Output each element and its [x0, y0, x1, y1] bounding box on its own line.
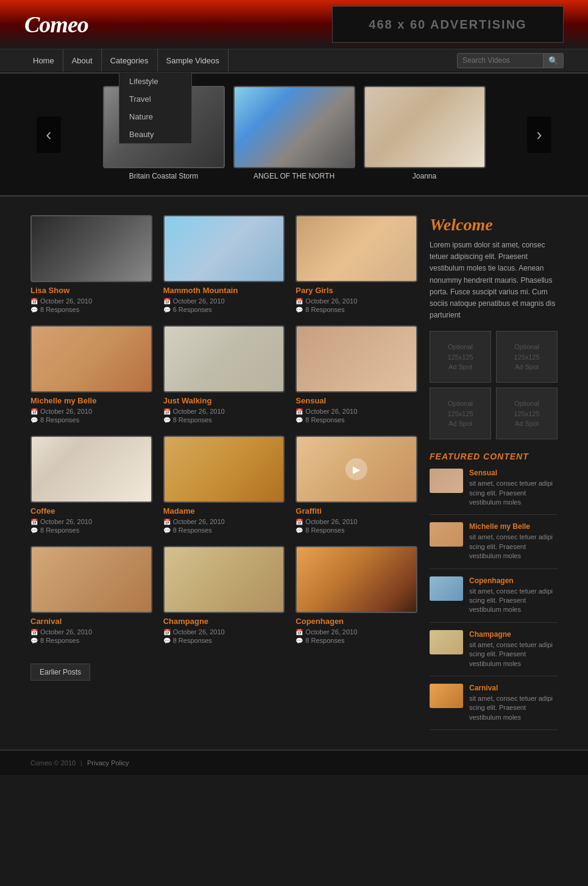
calendar-icon-4: 📅	[163, 408, 171, 415]
video-thumb-5[interactable]	[296, 325, 417, 392]
footer-separator: |	[80, 759, 82, 767]
search-button[interactable]: 🔍	[543, 54, 563, 68]
calendar-icon-10: 📅	[163, 629, 171, 636]
dropdown-nature[interactable]: Nature	[119, 108, 191, 126]
earlier-posts-btn[interactable]: Earlier Posts	[30, 664, 90, 681]
video-card-0: Lisa Show 📅 October 26, 2010 💬 8 Respons…	[30, 215, 152, 314]
video-thumb-11[interactable]	[296, 546, 417, 613]
video-content: Lisa Show 📅 October 26, 2010 💬 8 Respons…	[30, 215, 417, 737]
video-thumb-2[interactable]	[296, 215, 417, 282]
video-responses-9: 💬 8 Responses	[30, 637, 152, 644]
ad-spots: Optional125x125Ad Spot Optional125x125Ad…	[430, 331, 558, 439]
video-responses-6: 💬 8 Responses	[30, 526, 152, 534]
video-responses-text-8: 8 Responses	[305, 526, 344, 534]
video-responses-text-9: 8 Responses	[40, 637, 79, 644]
video-thumb-9[interactable]	[30, 546, 152, 613]
logo[interactable]: Comeo	[24, 11, 88, 38]
video-responses-1: 💬 6 Responses	[163, 306, 285, 313]
video-title-9[interactable]: Carnival	[30, 617, 152, 626]
nav-categories[interactable]: Categories	[102, 49, 158, 72]
video-title-5[interactable]: Sensual	[296, 396, 417, 405]
video-date-2: 📅 October 26, 2010	[296, 297, 417, 305]
video-title-1[interactable]: Mammoth Mountain	[163, 286, 285, 295]
video-card-1: Mammoth Mountain 📅 October 26, 2010 💬 6 …	[163, 215, 285, 314]
video-card-10: Champagne 📅 October 26, 2010 💬 8 Respons…	[163, 546, 285, 645]
video-date-1: 📅 October 26, 2010	[163, 297, 285, 305]
slide-3: Joanna	[364, 86, 486, 183]
video-card-8: ▶ Graffiti 📅 October 26, 2010 💬 8 Respon…	[296, 436, 417, 535]
featured-text-3: Champagne sit amet, consec tetuer adipi …	[469, 630, 558, 668]
ad-spot-2: Optional125x125Ad Spot	[496, 331, 558, 383]
video-date-text-4: October 26, 2010	[173, 408, 225, 415]
comment-icon-3: 💬	[30, 417, 38, 424]
dropdown-travel[interactable]: Travel	[119, 90, 191, 108]
featured-title: FEATURED CONTENT	[430, 452, 558, 461]
video-date-text-5: October 26, 2010	[305, 408, 357, 415]
featured-thumb-3	[430, 630, 463, 654]
video-thumb-8[interactable]: ▶	[296, 436, 417, 503]
video-responses-4: 💬 8 Responses	[163, 416, 285, 424]
video-thumb-3[interactable]	[30, 325, 152, 392]
video-responses-8: 💬 8 Responses	[296, 526, 417, 534]
video-date-0: 📅 October 26, 2010	[30, 297, 152, 305]
slider-prev[interactable]: ‹	[37, 116, 61, 153]
video-title-11[interactable]: Copenhagen	[296, 617, 417, 626]
nav-about[interactable]: About	[63, 49, 102, 72]
main-content: Lisa Show 📅 October 26, 2010 💬 8 Respons…	[0, 197, 588, 750]
slide-3-thumb[interactable]	[364, 86, 486, 168]
featured-thumb-2	[430, 576, 463, 601]
video-title-8[interactable]: Graffiti	[296, 506, 417, 516]
video-thumb-4[interactable]	[163, 325, 285, 392]
video-responses-3: 💬 8 Responses	[30, 416, 152, 424]
video-responses-text-1: 6 Responses	[173, 306, 212, 313]
video-title-7[interactable]: Madame	[163, 506, 285, 516]
video-title-2[interactable]: Pary Girls	[296, 286, 417, 295]
video-title-3[interactable]: Michelle my Belle	[30, 396, 152, 405]
footer-privacy-policy[interactable]: Privacy Policy	[87, 759, 129, 767]
video-responses-7: 💬 8 Responses	[163, 526, 285, 534]
slider: ‹ Britain Coastal Storm ANGEL OF THE NOR…	[0, 72, 588, 197]
video-date-text-8: October 26, 2010	[305, 518, 357, 525]
footer-copyright: Comeo © 2010	[30, 759, 76, 767]
featured-title-0[interactable]: Sensual	[469, 469, 558, 477]
video-card-2: Pary Girls 📅 October 26, 2010 💬 8 Respon…	[296, 215, 417, 314]
video-card-11: Copenhagen 📅 October 26, 2010 💬 8 Respon…	[296, 546, 417, 645]
video-thumb-7[interactable]	[163, 436, 285, 503]
video-thumb-1[interactable]	[163, 215, 285, 282]
nav-sample-videos[interactable]: Sample Videos	[158, 49, 228, 72]
dropdown-lifestyle[interactable]: Lifestyle	[119, 73, 191, 90]
slider-next[interactable]: ›	[527, 116, 551, 153]
featured-item-2: Copenhagen sit amet, consec tetuer adipi…	[430, 576, 558, 623]
video-thumb-6[interactable]	[30, 436, 152, 503]
welcome-text: Lorem ipsum dolor sit amet, consec tetue…	[430, 239, 558, 321]
featured-text-0: Sensual sit amet, consec tetuer adipi sc…	[469, 469, 558, 507]
video-thumb-0[interactable]	[30, 215, 152, 282]
video-date-text-6: October 26, 2010	[40, 518, 92, 525]
video-thumb-10[interactable]	[163, 546, 285, 613]
video-title-4[interactable]: Just Walking	[163, 396, 285, 405]
video-title-6[interactable]: Coffee	[30, 506, 152, 516]
footer: Comeo © 2010 | Privacy Policy	[0, 750, 588, 775]
video-responses-text-3: 8 Responses	[40, 416, 79, 424]
video-responses-text-5: 8 Responses	[305, 416, 344, 424]
nav-home[interactable]: Home	[24, 49, 63, 72]
video-date-8: 📅 October 26, 2010	[296, 518, 417, 525]
slide-2-thumb[interactable]	[233, 86, 355, 168]
calendar-icon-0: 📅	[30, 298, 38, 305]
video-date-text-7: October 26, 2010	[173, 518, 225, 525]
video-title-0[interactable]: Lisa Show	[30, 286, 152, 295]
video-date-text-1: October 26, 2010	[173, 297, 225, 305]
video-date-4: 📅 October 26, 2010	[163, 408, 285, 415]
video-title-10[interactable]: Champagne	[163, 617, 285, 626]
ad-spot-3: Optional125x125Ad Spot	[430, 388, 491, 439]
featured-thumb-0	[430, 469, 463, 493]
featured-title-3[interactable]: Champagne	[469, 630, 558, 639]
comment-icon-0: 💬	[30, 307, 38, 313]
featured-title-2[interactable]: Copenhagen	[469, 576, 558, 585]
featured-title-4[interactable]: Carnival	[469, 684, 558, 692]
dropdown-beauty[interactable]: Beauty	[119, 126, 191, 143]
featured-title-1[interactable]: Michelle my Belle	[469, 522, 558, 531]
featured-desc-2: sit amet, consec tetuer adipi scing elit…	[469, 587, 558, 615]
search-input[interactable]	[458, 54, 543, 67]
comment-icon-8: 💬	[296, 527, 303, 534]
